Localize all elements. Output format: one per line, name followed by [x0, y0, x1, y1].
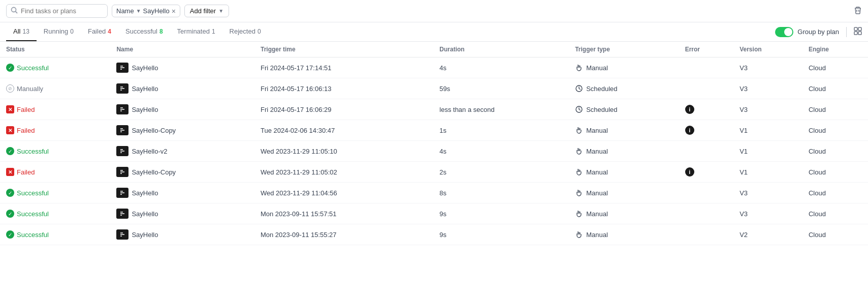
- cell-name[interactable]: SayHello: [110, 78, 254, 99]
- plan-icon: [116, 188, 128, 198]
- trash-icon[interactable]: [854, 6, 862, 16]
- table-row: ✓Successful SayHello Mon 2023-09-11 15:5…: [0, 224, 868, 245]
- col-duration: Duration: [433, 42, 569, 57]
- cell-duration: 2s: [433, 162, 569, 183]
- status-icon-failed: ✕: [6, 105, 14, 113]
- tab-terminated[interactable]: Terminated 1: [170, 22, 222, 41]
- cell-duration: 9s: [433, 224, 569, 245]
- tab-rejected-label: Rejected: [230, 27, 255, 35]
- cell-trigger-type: Manual: [569, 120, 679, 141]
- add-filter-label: Add filter: [190, 7, 216, 15]
- tab-all-count: 13: [22, 28, 29, 35]
- cell-version: V3: [733, 183, 802, 203]
- name-filter-tag[interactable]: Name ▼ SayHello ×: [112, 5, 180, 17]
- cell-version: V3: [733, 57, 802, 78]
- cell-name[interactable]: SayHello: [110, 183, 254, 203]
- cell-trigger-time: Mon 2023-09-11 15:55:27: [254, 224, 433, 245]
- cell-trigger-time: Fri 2024-05-17 17:14:51: [254, 57, 433, 78]
- grid-icon[interactable]: [854, 27, 862, 37]
- tab-running[interactable]: Running 0: [37, 22, 81, 41]
- group-by-plan-label: Group by plan: [797, 28, 839, 36]
- col-status: Status: [0, 42, 110, 57]
- tab-failed[interactable]: Failed 4: [81, 22, 118, 41]
- plan-icon: [116, 63, 128, 73]
- cell-version: V1: [733, 162, 802, 183]
- error-info-icon[interactable]: i: [685, 126, 694, 135]
- col-error: Error: [679, 42, 734, 57]
- tabs-row: All 13 Running 0 Failed 4 Successful 8 T…: [0, 22, 868, 42]
- cell-status: ✓Successful: [0, 183, 110, 203]
- cell-duration: 59s: [433, 78, 569, 99]
- cell-trigger-type: Manual: [569, 57, 679, 78]
- cell-engine: Cloud: [802, 120, 868, 141]
- cell-version: V2: [733, 224, 802, 245]
- cell-status: ✕Failed: [0, 120, 110, 141]
- cell-status: ✕Failed: [0, 162, 110, 183]
- svg-point-0: [12, 8, 16, 12]
- table-header-row: Status Name Trigger time Duration Trigge…: [0, 42, 868, 57]
- cell-trigger-type: Manual: [569, 224, 679, 245]
- tab-all-label: All: [13, 27, 20, 35]
- svg-rect-6: [854, 32, 857, 35]
- status-icon-failed: ✕: [6, 168, 14, 176]
- cell-duration: 4s: [433, 57, 569, 78]
- cell-engine: Cloud: [802, 78, 868, 99]
- cell-version: V3: [733, 78, 802, 99]
- cell-trigger-time: Mon 2023-09-11 15:57:51: [254, 203, 433, 224]
- cell-name[interactable]: SayHello: [110, 57, 254, 78]
- cell-name[interactable]: SayHello-Copy: [110, 162, 254, 183]
- tab-failed-label: Failed: [88, 27, 106, 35]
- error-info-icon[interactable]: i: [685, 105, 694, 114]
- svg-rect-5: [858, 27, 861, 31]
- group-by-plan-toggle[interactable]: [775, 27, 793, 37]
- cell-name[interactable]: SayHello: [110, 224, 254, 245]
- cell-error: [679, 224, 734, 245]
- cell-trigger-time: Wed 2023-11-29 11:05:02: [254, 162, 433, 183]
- search-box[interactable]: [6, 4, 108, 18]
- cell-engine: Cloud: [802, 57, 868, 78]
- plan-icon: [116, 167, 128, 177]
- tab-rejected-count: 0: [258, 28, 261, 35]
- cell-error: [679, 78, 734, 99]
- cell-engine: Cloud: [802, 141, 868, 162]
- table-wrapper: Status Name Trigger time Duration Trigge…: [0, 42, 868, 245]
- cell-engine: Cloud: [802, 224, 868, 245]
- cell-name[interactable]: SayHello: [110, 99, 254, 120]
- col-engine: Engine: [802, 42, 868, 57]
- plan-icon: [116, 229, 128, 240]
- cell-trigger-type: Manual: [569, 141, 679, 162]
- table-row: ✓Successful SayHello-v2 Wed 2023-11-29 1…: [0, 141, 868, 162]
- search-icon: [11, 7, 18, 15]
- add-filter-button[interactable]: Add filter ▼: [184, 5, 229, 17]
- tab-successful[interactable]: Successful 8: [118, 22, 170, 41]
- cell-version: V1: [733, 120, 802, 141]
- cell-trigger-time: Wed 2023-11-29 11:05:10: [254, 141, 433, 162]
- cell-error: i: [679, 120, 734, 141]
- cell-engine: Cloud: [802, 162, 868, 183]
- filter-remove-icon[interactable]: ×: [172, 8, 176, 15]
- plan-icon: [116, 125, 128, 135]
- cell-engine: Cloud: [802, 99, 868, 120]
- cell-trigger-type: Scheduled: [569, 99, 679, 120]
- col-version: Version: [733, 42, 802, 57]
- cell-version: V1: [733, 141, 802, 162]
- cell-name[interactable]: SayHello-v2: [110, 141, 254, 162]
- error-info-icon[interactable]: i: [685, 167, 694, 177]
- cell-name[interactable]: SayHello: [110, 203, 254, 224]
- status-icon-failed: ✕: [6, 126, 14, 134]
- cell-error: [679, 183, 734, 203]
- search-input[interactable]: [21, 7, 103, 15]
- tab-rejected[interactable]: Rejected 0: [222, 22, 268, 41]
- cell-engine: Cloud: [802, 183, 868, 203]
- tab-all[interactable]: All 13: [6, 22, 37, 41]
- cell-version: V3: [733, 99, 802, 120]
- cell-status: ⊘Manually: [0, 78, 110, 99]
- table-row: ✕Failed SayHello-Copy Wed 2023-11-29 11:…: [0, 162, 868, 183]
- col-trigger-type: Trigger type: [569, 42, 679, 57]
- add-filter-chevron-icon: ▼: [218, 8, 223, 14]
- cell-status: ✓Successful: [0, 141, 110, 162]
- status-icon-success: ✓: [6, 147, 14, 155]
- col-trigger-time: Trigger time: [254, 42, 433, 57]
- cell-name[interactable]: SayHello-Copy: [110, 120, 254, 141]
- cell-status: ✕Failed: [0, 99, 110, 120]
